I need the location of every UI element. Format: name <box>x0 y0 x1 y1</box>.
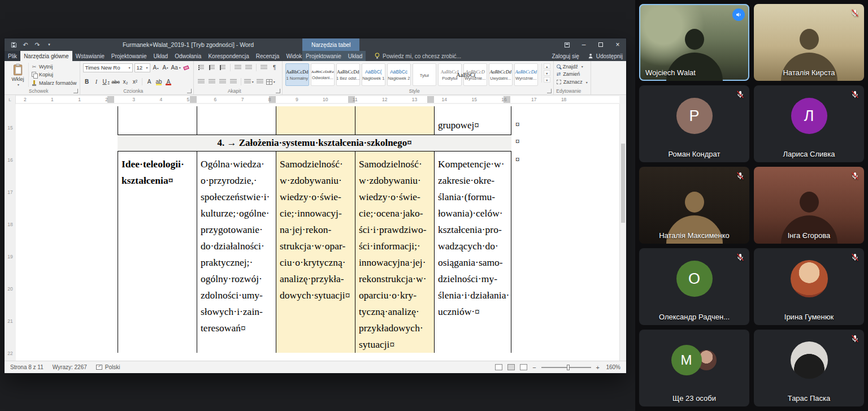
ribbon-display-options-icon[interactable] <box>558 38 575 51</box>
subscript-button[interactable]: x₂ <box>121 77 129 86</box>
horizontal-ruler[interactable]: L 2 1 1 2 3 4 5 6 7 8 9 10 11 12 13 14 1… <box>5 95 626 104</box>
participant-tile[interactable]: Наталія Максименко <box>639 167 749 244</box>
participant-tile[interactable]: Wojciech Walat <box>639 4 749 81</box>
word-count[interactable]: Wyrazy: 2267 <box>53 364 87 370</box>
tab-projektowanie[interactable]: Projektowanie <box>108 51 150 61</box>
web-layout-icon[interactable] <box>520 364 527 370</box>
participant-tile[interactable]: Л Лариса Сливка <box>754 85 864 162</box>
grow-font-button[interactable]: A▴ <box>152 63 160 72</box>
participant-tile[interactable]: Р Роман Кондрат <box>639 85 749 162</box>
tell-me-box[interactable]: Powiedz mi, co chcesz zrobić... <box>375 51 461 61</box>
clear-formatting-button[interactable] <box>183 63 190 72</box>
read-mode-icon[interactable] <box>495 364 502 370</box>
multilevel-list-button[interactable] <box>218 63 227 72</box>
document-page[interactable]: grupowej¤ 4. → Założenia·systemu·kształc… <box>16 104 619 361</box>
tab-plik[interactable]: Plik <box>5 51 20 61</box>
style-normalny[interactable]: AaBbCcDd1 Normalny <box>285 63 309 86</box>
print-layout-icon[interactable] <box>507 364 515 370</box>
table-cell-idee[interactable]: Idee·teleologii· kształcenia¤ <box>118 152 197 353</box>
increase-indent-button[interactable] <box>244 63 253 72</box>
vertical-scrollbar[interactable] <box>619 104 626 361</box>
tab-narzedzia-glowne[interactable]: Narzędzia główne <box>20 51 72 61</box>
language-indicator[interactable]: Polski <box>96 364 120 370</box>
share-button[interactable]: Udostępnij <box>588 53 623 59</box>
table-cell-samodzielnosc-2[interactable]: Samodzielność· w·zdobywaniu· wiedzy·o·św… <box>355 152 434 353</box>
table-cell-samodzielnosc-1[interactable]: Samodzielność· w·zdobywaniu· wiedzy·o·św… <box>276 152 355 353</box>
styles-more-icon[interactable]: ▾ <box>544 77 550 83</box>
style-odwolanie[interactable]: AaBbCcDdEeOdwołani... <box>311 63 335 86</box>
redo-icon[interactable]: ↷ <box>34 40 41 49</box>
bold-button[interactable]: B <box>83 77 91 86</box>
table-cell[interactable] <box>197 106 276 135</box>
participant-tile[interactable]: Ірина Гуменюк <box>754 248 864 325</box>
zoom-slider[interactable] <box>541 367 591 368</box>
context-tab-uklad[interactable]: Układ <box>345 51 366 61</box>
superscript-button[interactable]: x² <box>131 77 139 86</box>
table-cell[interactable]: grupowej¤ <box>434 106 511 135</box>
zoom-slider-thumb[interactable] <box>567 365 570 370</box>
participant-tile[interactable]: Тарас Паска <box>754 330 864 406</box>
justify-button[interactable] <box>229 77 238 86</box>
show-formatting-marks-button[interactable]: ¶ <box>270 63 279 72</box>
close-button[interactable]: × <box>609 38 626 51</box>
sign-in-link[interactable]: Zaloguj się <box>552 53 579 59</box>
font-dialog-launcher[interactable] <box>187 89 192 93</box>
style-tytul[interactable]: AaBbC(Tytuł <box>413 63 436 86</box>
participant-tile[interactable]: Наталія Кирста <box>754 4 864 81</box>
paste-button[interactable]: Wklej ▾ <box>7 63 29 87</box>
scrollbar-thumb[interactable] <box>621 144 625 223</box>
italic-button[interactable]: I <box>93 77 101 86</box>
page-indicator[interactable]: Strona 8 z 11 <box>10 364 44 370</box>
align-center-button[interactable] <box>207 77 216 86</box>
underline-button[interactable]: U▾ <box>102 77 110 86</box>
text-effects-button[interactable]: A <box>145 77 153 86</box>
tab-korespondencja[interactable]: Korespondencja <box>205 51 252 61</box>
font-name-combo[interactable]: Times New Ro▾ <box>83 63 133 72</box>
participant-tile[interactable]: Інга Єгорова <box>754 167 864 244</box>
zoom-in-icon[interactable]: + <box>596 364 600 371</box>
clipboard-dialog-launcher[interactable] <box>73 89 78 93</box>
font-color-button[interactable]: A <box>164 77 172 86</box>
styles-dialog-launcher[interactable] <box>547 89 552 93</box>
cut-button[interactable]: ✂Wytnij <box>31 63 77 71</box>
strikethrough-button[interactable]: abc <box>112 77 120 86</box>
table-cell[interactable] <box>118 106 197 135</box>
format-painter-button[interactable]: Malarz formatów <box>31 79 77 86</box>
replace-button[interactable]: ⇄Zamień <box>557 71 588 78</box>
save-icon[interactable] <box>10 40 17 49</box>
zoom-level[interactable]: 160% <box>605 364 620 370</box>
borders-button[interactable]: ▾ <box>266 77 275 86</box>
numbering-button[interactable] <box>207 63 216 72</box>
table-cell-kompetencje[interactable]: Kompetencje·w· zakresie·okre- ślania·(fo… <box>434 152 511 353</box>
find-button[interactable]: Znajdź▾ <box>557 63 588 70</box>
minimize-button[interactable]: – <box>575 38 592 51</box>
styles-scroll-up-icon[interactable]: ▴ <box>544 63 550 69</box>
tab-recenzja[interactable]: Recenzja <box>253 51 283 61</box>
select-button[interactable]: Zaznacz▾ <box>557 79 588 86</box>
sort-button[interactable] <box>259 63 268 72</box>
align-right-button[interactable] <box>218 77 227 86</box>
change-case-button[interactable]: Aa▾ <box>171 63 181 72</box>
participant-tile[interactable]: О Олександр Радчен... <box>639 248 749 325</box>
bullets-button[interactable] <box>197 63 206 72</box>
table-cell-ogolna-wiedza[interactable]: Ogólna·wiedza· o·przyrodzie,· społeczeńs… <box>197 152 276 353</box>
overflow-tile[interactable]: M Ще 23 особи <box>639 330 749 406</box>
tab-uklad[interactable]: Układ <box>150 51 172 61</box>
decrease-indent-button[interactable] <box>233 63 242 72</box>
copy-button[interactable]: Kopiuj <box>31 71 77 79</box>
paragraph-dialog-launcher[interactable] <box>276 89 280 93</box>
shrink-font-button[interactable]: A▾ <box>162 63 170 72</box>
line-spacing-button[interactable]: ▾ <box>244 77 254 86</box>
table-cell-highlighted[interactable] <box>276 106 355 135</box>
font-size-combo[interactable]: 12▾ <box>134 63 150 72</box>
qat-customize-icon[interactable]: ▾ <box>46 40 53 49</box>
table-section-header-row[interactable]: 4. → Założenia·systemu·kształcenia·szkol… <box>118 135 511 152</box>
zoom-out-icon[interactable]: − <box>532 364 536 371</box>
shading-button[interactable] <box>255 77 264 86</box>
highlight-color-button[interactable]: ab <box>155 77 163 86</box>
table-cell-highlighted[interactable] <box>355 106 434 135</box>
tab-wstawianie[interactable]: Wstawianie <box>72 51 108 61</box>
restore-button[interactable] <box>592 38 609 51</box>
vertical-ruler[interactable]: 15 16 17 18 19 20 21 22 23 <box>5 104 16 361</box>
undo-icon[interactable]: ↶ <box>22 40 29 49</box>
